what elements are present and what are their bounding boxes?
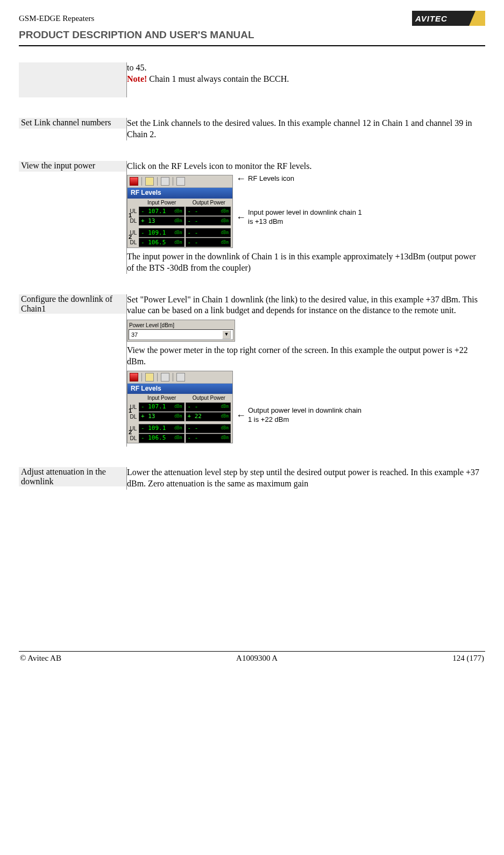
col-input-power: Input Power — [138, 199, 186, 206]
col-output-power: Output Power — [186, 394, 233, 401]
rf-toolbar — [127, 371, 232, 384]
configure-body-top: Set "Power Level" in Chain 1 downlink (t… — [127, 294, 485, 317]
note-label: Note! — [127, 74, 147, 83]
arrow-left-icon: ← — [236, 411, 246, 420]
toolbar-rflevels-icon[interactable] — [176, 177, 185, 186]
chain-1-label: 1 — [129, 211, 132, 219]
section-label-view-input: View the input power — [19, 161, 126, 172]
ul2-input-cell: - 109.1dBm — [139, 424, 184, 433]
footer-center: A1009300 A — [236, 654, 278, 663]
power-level-label: Power Level [dBm] — [129, 321, 233, 329]
footer-right: 124 (177) — [452, 654, 484, 663]
chevron-down-icon[interactable]: ▼ — [222, 330, 231, 339]
ul2-input-cell: - 109.1dBm — [139, 228, 184, 237]
footer-divider — [19, 651, 485, 652]
ul1-output-cell: - -dBm — [186, 207, 231, 216]
view-input-top: Click on the RF Levels icon to monitor t… — [127, 161, 485, 172]
annotation-rf-icon: ← RF Levels icon — [236, 174, 366, 183]
logo-swoosh-icon — [469, 11, 485, 26]
col-input-power: Input Power — [138, 394, 186, 401]
toolbar-rflevels-icon[interactable] — [176, 373, 185, 381]
chain-1-label: 1 — [129, 407, 132, 414]
intro-note: Note! Chain 1 must always contain the BC… — [127, 74, 485, 85]
rf-panel-title: RF Levels — [127, 384, 232, 394]
dl1-output-cell: + 22dBm — [186, 412, 231, 421]
power-level-value: 37 — [131, 331, 138, 338]
chain-2-label: 2 — [129, 428, 132, 436]
ul1-input-cell: - 107.1dBm — [139, 207, 184, 216]
brand-logo: AVITEC — [412, 11, 485, 26]
chain-2-label: 2 — [129, 233, 132, 241]
configure-body-mid: View the power meter in the top right co… — [127, 345, 485, 368]
power-level-dropdown[interactable]: 37 ▼ — [129, 329, 233, 340]
rf-headers: Input Power Output Power — [127, 394, 232, 402]
rf-panel-title: RF Levels — [127, 188, 232, 199]
toolbar-stop-icon[interactable] — [130, 177, 138, 186]
rf-headers: Input Power Output Power — [127, 199, 232, 207]
dl1-input-cell: + 13dBm — [139, 216, 184, 225]
col-output-power: Output Power — [186, 199, 233, 206]
footer-left: © Avitec AB — [20, 654, 61, 663]
toolbar-status-icon[interactable] — [145, 177, 154, 186]
ul2-output-cell: - -dBm — [186, 228, 231, 237]
annotation-output-power: ← Output power level in downlink chain 1… — [236, 406, 366, 425]
view-input-bottom: The input power in the downlink of Chain… — [127, 251, 485, 274]
note-text: Chain 1 must always contain the BCCH. — [147, 74, 289, 83]
rf-levels-panel: RF Levels Input Power Output Power 1 UL … — [127, 175, 233, 248]
dl1-input-cell: + 13dBm — [139, 412, 184, 421]
section-label-adjust: Adjust attenuation in the downlink — [19, 467, 126, 486]
intro-line1: to 45. — [127, 62, 485, 74]
rf-toolbar — [127, 175, 232, 188]
ul2-output-cell: - -dBm — [186, 424, 231, 433]
header-divider — [19, 45, 485, 46]
toolbar-status-icon[interactable] — [145, 373, 154, 381]
arrow-left-icon: ← — [236, 174, 246, 183]
product-line: GSM-EDGE Repeaters — [19, 14, 94, 23]
logo-text: AVITEC — [415, 14, 448, 23]
dl1-output-cell: - -dBm — [186, 216, 231, 225]
section-label-blank — [19, 62, 126, 97]
ul1-output-cell: - -dBm — [186, 402, 231, 412]
section-label-configure: Configure the downlink of Chain1 — [19, 294, 126, 314]
section-label-set-link: Set Link channel numbers — [19, 118, 126, 129]
rf-levels-panel-2: RF Levels Input Power Output Power 1 UL … — [127, 371, 233, 444]
toolbar-stop-icon[interactable] — [130, 373, 138, 381]
dl2-output-cell: - -dBm — [186, 238, 231, 247]
dl2-input-cell: - 106.5dBm — [139, 238, 184, 247]
ul1-input-cell: - 107.1dBm — [139, 402, 184, 412]
doc-subtitle: PRODUCT DESCRIPTION AND USER'S MANUAL — [19, 29, 485, 41]
arrow-left-icon: ← — [236, 213, 246, 222]
toolbar-thermo-icon[interactable] — [161, 373, 169, 381]
power-level-box: Power Level [dBm] 37 ▼ — [127, 320, 235, 342]
adjust-body: Lower the attenuation level step by step… — [127, 467, 485, 490]
set-link-body: Set the Link channels to the desired val… — [127, 118, 485, 140]
annotation-input-power: ← Input power level in downlink chain 1 … — [236, 208, 366, 227]
dl2-input-cell: - 106.5dBm — [139, 434, 184, 443]
toolbar-thermo-icon[interactable] — [161, 177, 169, 186]
dl2-output-cell: - -dBm — [186, 434, 231, 443]
